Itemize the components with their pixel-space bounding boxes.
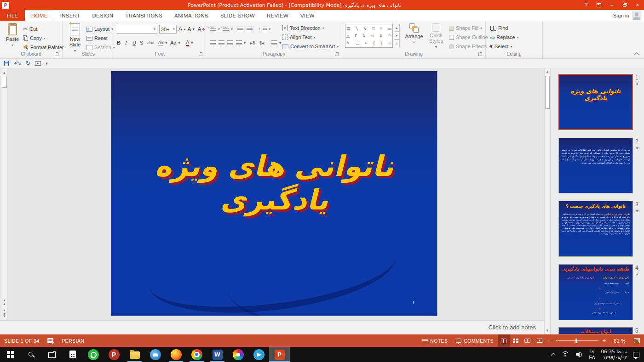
hidden-icons-chevron-icon[interactable] xyxy=(551,352,556,357)
help-button[interactable]: ? xyxy=(580,0,592,10)
fit-slide-to-window-button[interactable] xyxy=(630,334,644,347)
increase-font-size-button[interactable]: A▲ xyxy=(178,25,186,33)
collapse-ribbon-button[interactable] xyxy=(634,52,639,56)
shapes-gallery-scroll[interactable]: ▴ ▾ ▿ xyxy=(394,24,400,47)
gallery-up-icon[interactable]: ▴ xyxy=(394,24,400,32)
task-view-button[interactable] xyxy=(41,347,62,362)
increase-indent-button[interactable] xyxy=(247,25,253,33)
zoom-in-button[interactable]: + xyxy=(602,339,606,343)
network-wifi-icon[interactable] xyxy=(562,351,570,358)
taskbar-word[interactable]: W xyxy=(207,347,228,362)
change-case-button[interactable]: Aa▾ xyxy=(170,39,180,47)
tab-animations[interactable]: ANIMATIONS xyxy=(168,10,214,21)
font-size-combobox[interactable]: 20+▾ xyxy=(159,25,177,34)
zoom-level[interactable]: 81 % xyxy=(610,334,630,347)
taskbar-chrome[interactable] xyxy=(186,347,207,362)
bold-button[interactable]: B xyxy=(117,39,121,47)
underline-button[interactable]: U xyxy=(132,39,136,47)
taskbar-search-button[interactable] xyxy=(21,347,41,362)
gallery-more-icon[interactable]: ▿ xyxy=(394,40,400,47)
tab-home[interactable]: HOME xyxy=(25,10,54,21)
paragraph-dialog-launcher[interactable] xyxy=(335,52,339,56)
taskbar-firefox[interactable] xyxy=(166,347,186,362)
minimize-button[interactable]: – xyxy=(605,0,618,10)
scrollbar-thumb[interactable] xyxy=(2,77,7,88)
slide-area-scrollbar[interactable]: ▲ ▼ xyxy=(1,69,8,320)
numbering-button[interactable]: ▾ xyxy=(223,25,233,33)
previous-slide-button[interactable]: ▲▲ xyxy=(1,299,8,306)
zoom-out-button[interactable]: – xyxy=(549,339,553,343)
redo-button[interactable]: ↻ xyxy=(25,61,30,66)
undo-button[interactable]: ↶▾ xyxy=(14,59,21,68)
scroll-up-icon[interactable]: ▲ xyxy=(1,69,7,76)
layout-button[interactable]: Layout▾ xyxy=(86,25,113,33)
arrange-button[interactable]: Arrange▾ xyxy=(404,23,424,45)
tab-review[interactable]: REVIEW xyxy=(261,10,294,21)
justify-button[interactable]: ▾ xyxy=(236,39,246,47)
taskbar-powerpoint[interactable]: P xyxy=(269,347,290,362)
select-button[interactable]: Select▾ xyxy=(490,42,512,51)
volume-icon[interactable]: ) xyxy=(576,351,583,357)
paste-button[interactable]: Paste▾ xyxy=(4,23,21,48)
next-slide-button[interactable]: ▼▼ xyxy=(1,309,8,316)
convert-to-smartart-button[interactable]: Convert to SmartArt▾ xyxy=(282,42,339,51)
taskbar-calculator[interactable] xyxy=(62,347,83,362)
language-indicator[interactable]: فا FA xyxy=(589,349,595,361)
language-indicator[interactable]: PERSIAN xyxy=(58,334,88,347)
zoom-slider[interactable] xyxy=(556,340,598,341)
start-button[interactable] xyxy=(0,347,21,362)
slide-show-button[interactable] xyxy=(534,334,546,347)
character-spacing-button[interactable]: AV▾ xyxy=(158,39,167,47)
reset-button[interactable]: Reset xyxy=(86,34,108,42)
action-center-icon[interactable] xyxy=(633,352,639,357)
clear-formatting-button[interactable]: A◆ xyxy=(198,25,205,33)
drawing-dialog-launcher[interactable] xyxy=(478,52,483,56)
clipboard-dialog-launcher[interactable] xyxy=(55,52,59,56)
spell-check-button[interactable] xyxy=(43,334,58,347)
tab-view[interactable]: VIEW xyxy=(294,10,321,21)
format-painter-button[interactable]: Format Painter xyxy=(23,43,64,51)
slide-thumbnail-4[interactable]: طبقه بندی ناتوانیهای یادگیری ناتوانیهای … xyxy=(558,264,633,320)
decrease-font-size-button[interactable]: A▼ xyxy=(188,25,195,33)
zoom-slider-thumb[interactable] xyxy=(575,339,577,343)
slide-thumbnail-3[interactable]: ناتوانی های یادگیری چیست ؟ ناتوانی های و… xyxy=(558,201,633,257)
line-spacing-button[interactable]: ↕▾ xyxy=(259,25,271,33)
taskbar-paint-app[interactable] xyxy=(228,347,248,362)
text-direction-button[interactable]: Text Direction▾ xyxy=(282,24,324,32)
quick-styles-button[interactable]: Quick Styles▾ xyxy=(426,23,446,50)
bullets-button[interactable]: ▾ xyxy=(210,25,220,33)
comments-toggle-button[interactable]: COMMENTS xyxy=(452,334,497,347)
slide-indicator[interactable]: SLIDE 1 OF 34 xyxy=(0,334,43,347)
scroll-down-icon[interactable]: ▼ xyxy=(545,327,550,334)
slide-thumbnail-1[interactable]: ناتوانی های ویژه یادگیری xyxy=(558,74,633,130)
strikethrough-button[interactable]: S xyxy=(140,39,143,47)
restore-button[interactable] xyxy=(618,0,631,10)
save-button[interactable] xyxy=(4,61,9,66)
clock[interactable]: ب.ظ 06:35 ۱۳۹۹/۰۸/۰۳ xyxy=(601,349,627,361)
taskbar-telegram[interactable] xyxy=(248,347,269,362)
copy-button[interactable]: Copy▾ xyxy=(23,34,46,42)
scroll-up-icon[interactable]: ▲ xyxy=(545,68,550,75)
tab-insert[interactable]: INSERT xyxy=(54,10,86,21)
slide-title-text[interactable]: ناتوانی های ویژه یادگیری xyxy=(111,149,437,216)
shape-outline-button[interactable]: Shape Outline▾ xyxy=(449,33,492,41)
scrollbar-thumb[interactable] xyxy=(545,76,550,109)
new-slide-button[interactable]: New Slide▾ xyxy=(65,23,85,54)
ribbon-display-options-button[interactable] xyxy=(592,0,605,10)
align-text-button[interactable]: Align Text▾ xyxy=(282,33,316,41)
customize-qat-button[interactable]: ▾ xyxy=(46,61,48,66)
align-right-button[interactable] xyxy=(227,39,233,47)
tab-slide-show[interactable]: SLIDE SHOW xyxy=(214,10,261,21)
gallery-down-icon[interactable]: ▾ xyxy=(394,32,400,40)
find-button[interactable]: Find xyxy=(490,24,508,32)
rtl-direction-button[interactable]: ¶◂ xyxy=(259,39,264,47)
reading-view-button[interactable] xyxy=(522,334,534,347)
tab-file[interactable]: FILE xyxy=(0,10,25,21)
taskbar-file-explorer[interactable] xyxy=(124,347,145,362)
font-name-combobox[interactable]: ▾ xyxy=(117,25,157,34)
shape-effects-button[interactable]: Shape Effects▾ xyxy=(449,42,491,51)
replace-button[interactable]: abReplace▾ xyxy=(490,33,519,41)
sign-in-button[interactable]: Sign in xyxy=(613,10,644,21)
font-color-button[interactable]: A▾ xyxy=(186,39,193,47)
taskbar-blue-app[interactable] xyxy=(145,347,166,362)
